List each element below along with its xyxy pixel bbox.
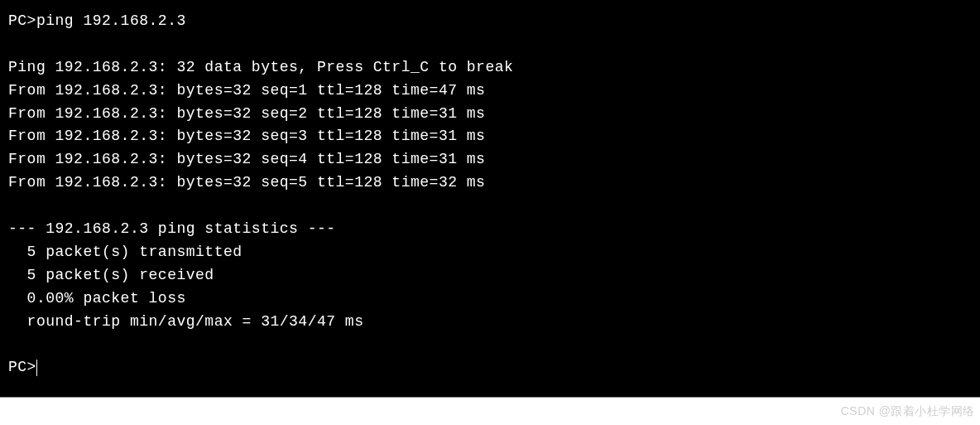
stats-line: round-trip min/avg/max = 31/34/47 ms	[8, 313, 363, 330]
command-text: ping 192.168.2.3	[36, 12, 186, 29]
stats-header: --- 192.168.2.3 ping statistics ---	[8, 220, 336, 237]
stats-line: 5 packet(s) transmitted	[8, 244, 243, 260]
terminal-window[interactable]: PC>ping 192.168.2.3 Ping 192.168.2.3: 32…	[0, 0, 980, 398]
ping-reply: From 192.168.2.3: bytes=32 seq=4 ttl=128…	[8, 151, 485, 167]
watermark-text: CSDN @跟着小杜学网络	[841, 404, 975, 419]
stats-line: 5 packet(s) received	[8, 267, 214, 283]
ping-reply: From 192.168.2.3: bytes=32 seq=5 ttl=128…	[8, 174, 485, 191]
ping-reply: From 192.168.2.3: bytes=32 seq=2 ttl=128…	[8, 105, 485, 122]
cursor-icon	[36, 360, 37, 376]
prompt: PC>	[8, 12, 36, 29]
ping-reply: From 192.168.2.3: bytes=32 seq=1 ttl=128…	[8, 82, 485, 99]
ping-reply: From 192.168.2.3: bytes=32 seq=3 ttl=128…	[8, 128, 485, 144]
prompt: PC>	[8, 359, 36, 375]
ping-header: Ping 192.168.2.3: 32 data bytes, Press C…	[8, 59, 513, 75]
stats-line: 0.00% packet loss	[8, 290, 186, 307]
